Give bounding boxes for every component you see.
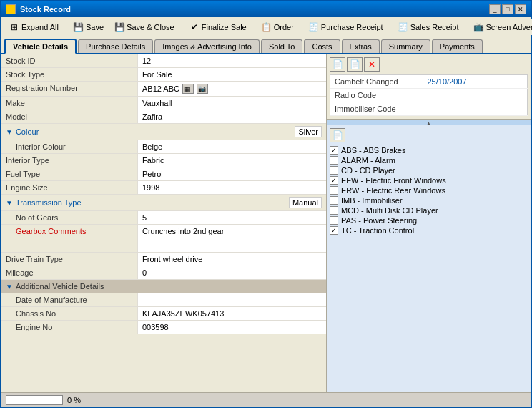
- feature-item-pas[interactable]: PAS - Power Steering: [330, 215, 528, 225]
- finalize-sale-button[interactable]: ✔ Finalize Sale: [184, 19, 251, 35]
- main-content: Stock ID 12 Stock Type For Sale Registra…: [1, 54, 531, 392]
- feature-checkbox-abs[interactable]: ✓: [330, 146, 338, 155]
- features-panel: 📄 ✓ABS - ABS BrakesALARM - AlarmCD - CD …: [327, 125, 531, 392]
- tab-purchase-details[interactable]: Purchase Details: [78, 39, 153, 53]
- tab-costs[interactable]: Costs: [304, 39, 340, 53]
- save-close-button[interactable]: 💾 Save & Close: [109, 19, 179, 35]
- expand-all-icon: ⊞: [9, 21, 20, 33]
- tab-vehicle-details[interactable]: Vehicle Details: [4, 39, 77, 54]
- feature-checkbox-pas[interactable]: [330, 216, 338, 225]
- features-list: ✓ABS - ABS BrakesALARM - AlarmCD - CD Pl…: [330, 145, 528, 389]
- features-config-button[interactable]: 📄: [330, 128, 345, 142]
- save-close-label: Save & Close: [127, 23, 174, 31]
- date-manufacture-label: Date of Manufacture: [1, 293, 137, 306]
- chassis-no-value: KLAJA35ZEWK057413: [137, 307, 326, 320]
- finalize-icon: ✔: [189, 21, 200, 33]
- toolbar: ⊞ Expand All 💾 Save 💾 Save & Close ✔ Fin…: [1, 17, 531, 37]
- tab-images-advertising[interactable]: Images & Advertising Info: [154, 39, 260, 53]
- feature-checkbox-efw[interactable]: ✓: [330, 176, 338, 185]
- service-toolbar: 📄 📄 ✕: [330, 57, 528, 72]
- gearbox-comments-value: Crunches into 2nd gear: [137, 225, 326, 238]
- feature-checkbox-alarm[interactable]: [330, 156, 338, 165]
- feature-item-efw[interactable]: ✓EFW - Electric Front Windows: [330, 175, 528, 185]
- service-row-2[interactable]: Radio Code: [330, 89, 528, 102]
- save-button[interactable]: 💾 Save: [69, 19, 108, 35]
- additional-section-header[interactable]: ▼ Additional Vehicle Details: [1, 280, 326, 293]
- feature-checkbox-erw[interactable]: [330, 186, 338, 195]
- fuel-type-label: Fuel Type: [1, 167, 137, 180]
- right-panel: 📄 📄 ✕ Cambelt Changed 25/10/2007: [327, 54, 531, 392]
- screen-advert-button[interactable]: 📺 Screen Advert: [469, 19, 532, 35]
- feature-label-imb: IMB - Immobiliser: [341, 196, 403, 205]
- colour-section-header[interactable]: ▼ Colour Silver: [1, 124, 326, 140]
- reg-icon-2[interactable]: 📷: [197, 84, 208, 94]
- minimize-button[interactable]: _: [489, 4, 501, 14]
- restore-button[interactable]: □: [502, 4, 513, 14]
- service-row-3[interactable]: Immobiliser Code: [330, 102, 528, 116]
- tab-extras[interactable]: Extras: [342, 39, 380, 53]
- order-label: Order: [274, 23, 294, 31]
- registration-value[interactable]: AB12 ABC ▦ 📷: [137, 82, 326, 96]
- feature-item-mcd[interactable]: MCD - Multi Disk CD Player: [330, 205, 528, 215]
- feature-item-alarm[interactable]: ALARM - Alarm: [330, 155, 528, 165]
- window-title: Stock Record: [20, 5, 71, 14]
- stock-type-value: For Sale: [137, 68, 326, 81]
- registration-label: Registration Number: [1, 82, 137, 96]
- field-interior-type: Interior Type Fabric: [1, 154, 326, 167]
- sales-receipt-button[interactable]: 🧾 Sales Receipt: [393, 19, 463, 35]
- feature-checkbox-imb[interactable]: [330, 196, 338, 205]
- window-icon: [6, 4, 16, 14]
- service-label-1: Cambelt Changed: [330, 75, 423, 89]
- service-add-icon: 📄: [332, 59, 343, 69]
- engine-no-value: 003598: [137, 321, 326, 334]
- feature-checkbox-mcd[interactable]: [330, 206, 338, 215]
- order-button[interactable]: 📋 Order: [257, 19, 298, 35]
- field-model: Model Zafira: [1, 110, 326, 124]
- chassis-no-label: Chassis No: [1, 307, 137, 320]
- model-label: Model: [1, 110, 137, 123]
- close-button[interactable]: ✕: [515, 4, 526, 14]
- service-value-2: [423, 89, 528, 102]
- features-toolbar: 📄: [330, 128, 528, 142]
- feature-item-cd[interactable]: CD - CD Player: [330, 165, 528, 175]
- panel-divider[interactable]: ▲: [327, 120, 531, 125]
- feature-item-tc[interactable]: ✓TC - Traction Control: [330, 225, 528, 235]
- service-delete-button[interactable]: ✕: [364, 57, 380, 72]
- make-label: Make: [1, 97, 137, 110]
- service-add-button[interactable]: 📄: [330, 57, 345, 72]
- feature-checkbox-cd[interactable]: [330, 166, 338, 175]
- additional-arrow-icon: ▼: [6, 283, 13, 291]
- field-engine-size: Engine Size 1998: [1, 181, 326, 195]
- date-manufacture-value: [137, 293, 326, 306]
- service-edit-button[interactable]: 📄: [347, 57, 363, 72]
- transmission-value[interactable]: Manual: [289, 197, 322, 208]
- purchase-receipt-label: Purchase Receipt: [321, 23, 383, 31]
- field-scroll-area[interactable]: Stock ID 12 Stock Type For Sale Registra…: [1, 54, 326, 392]
- save-label: Save: [86, 23, 104, 31]
- title-bar: Stock Record _ □ ✕: [1, 1, 531, 17]
- tab-payments[interactable]: Payments: [432, 39, 483, 53]
- mileage-label: Mileage: [1, 266, 137, 279]
- transmission-section-header[interactable]: ▼ Transmission Type Manual: [1, 195, 326, 211]
- service-row-1[interactable]: Cambelt Changed 25/10/2007: [330, 75, 528, 89]
- feature-item-imb[interactable]: IMB - Immobiliser: [330, 195, 528, 205]
- expand-all-button[interactable]: ⊞ Expand All: [4, 19, 63, 35]
- feature-item-erw[interactable]: ERW - Electric Rear Windows: [330, 185, 528, 195]
- engine-size-value: 1998: [137, 181, 326, 194]
- field-make: Make Vauxhall: [1, 97, 326, 110]
- reg-icon-1[interactable]: ▦: [182, 84, 194, 94]
- feature-checkbox-tc[interactable]: ✓: [330, 226, 338, 235]
- field-stock-id: Stock ID 12: [1, 54, 326, 68]
- field-gearbox-comments: Gearbox Comments Crunches into 2nd gear: [1, 225, 326, 238]
- field-no-of-gears: No of Gears 5: [1, 211, 326, 225]
- colour-section-label: Colour: [16, 127, 39, 136]
- feature-item-abs[interactable]: ✓ABS - ABS Brakes: [330, 145, 528, 155]
- interior-colour-label: Interior Colour: [1, 140, 137, 153]
- tab-summary[interactable]: Summary: [381, 39, 430, 53]
- purchase-receipt-button[interactable]: 🧾 Purchase Receipt: [304, 19, 388, 35]
- save-close-icon: 💾: [114, 21, 125, 33]
- colour-value[interactable]: Silver: [295, 126, 322, 137]
- feature-label-abs: ABS - ABS Brakes: [341, 146, 405, 155]
- features-config-icon: 📄: [332, 130, 343, 140]
- tab-sold-to[interactable]: Sold To: [261, 39, 303, 53]
